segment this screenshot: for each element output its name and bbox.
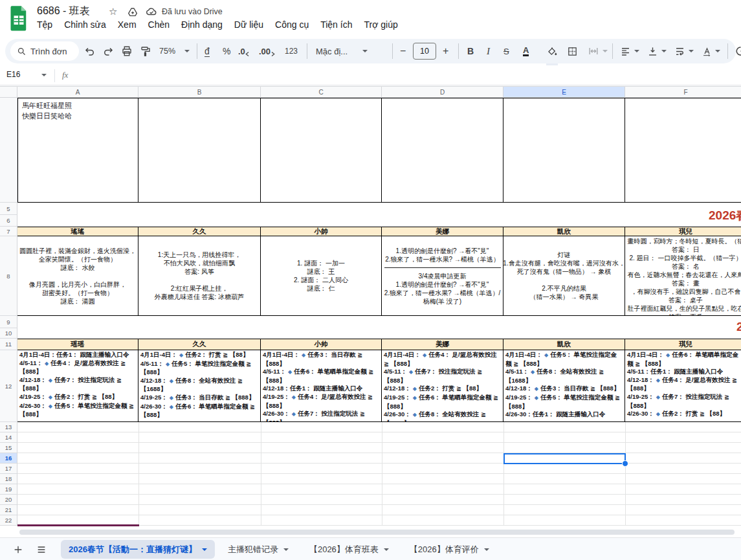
name-box[interactable]: E16 <box>6 70 43 79</box>
task-cell[interactable]: 4月1日-4日：◆任务3： 当日存款 ≧ 【888】4/5-11：◆任务6： 单… <box>261 350 382 421</box>
sheet-tab[interactable]: 主播犯错记录 <box>220 540 296 559</box>
row-header[interactable]: 18 <box>0 474 17 484</box>
row-header[interactable]: 22 <box>0 515 17 526</box>
sheet-tab[interactable]: 2026春节【活動一：直播猜灯谜】 <box>61 540 215 559</box>
name-header-cell[interactable]: 美娜 <box>382 339 503 350</box>
star-icon[interactable]: ☆ <box>109 6 117 17</box>
formula-input[interactable] <box>84 68 736 84</box>
row-header[interactable]: 8 <box>0 236 17 316</box>
menu-item[interactable]: Dữ liệu <box>228 18 269 31</box>
text-color-button[interactable]: A <box>523 39 529 63</box>
empty-cell[interactable] <box>261 98 382 202</box>
decrease-decimal-button[interactable]: .0 <box>238 39 250 63</box>
select-all-corner[interactable] <box>0 86 17 98</box>
paint-format-button[interactable] <box>140 39 151 63</box>
column-header[interactable]: E <box>503 87 625 97</box>
fill-color-button[interactable] <box>546 39 558 65</box>
row-header[interactable]: 21 <box>0 505 17 515</box>
font-select[interactable]: Mặc đị... <box>316 39 381 63</box>
task-cell[interactable]: 4月1日-4日：◆任务4： 足/篮总有效投注 ≧ 【888】4/5-11：◆任务… <box>382 350 503 421</box>
row-header[interactable] <box>0 98 17 203</box>
riddle-cell[interactable]: 1:天上一只鸟，用线拴得牢，不怕大风吹，就怕细雨飘答案: 风筝2:红红果子棍上挂… <box>138 236 261 315</box>
row-header[interactable]: 12 <box>0 350 17 422</box>
empty-cell[interactable] <box>138 98 261 202</box>
tab-menu-caret-icon[interactable] <box>384 548 389 551</box>
row-header[interactable]: 13 <box>0 422 17 432</box>
link-button-partial[interactable] <box>734 39 741 63</box>
row-header[interactable]: 15 <box>0 443 17 453</box>
name-header-cell[interactable]: 瑶瑶 <box>17 339 138 350</box>
sheets-logo-icon[interactable] <box>9 5 28 31</box>
menu-item[interactable]: Chèn <box>142 18 175 31</box>
task-cell[interactable]: 4月1日-4日：◆任务1： 跟随主播输入口令4/5-11：◆任务4： 足/篮总有… <box>17 350 138 421</box>
empty-cell[interactable] <box>625 98 741 202</box>
menu-item[interactable]: Xem <box>112 18 142 31</box>
column-header[interactable]: D <box>382 87 503 97</box>
name-header-cell[interactable]: 小帥 <box>261 227 382 236</box>
column-header[interactable]: F <box>625 87 741 97</box>
search-menus[interactable]: Trình đơn <box>10 41 79 61</box>
all-sheets-button[interactable] <box>36 545 47 554</box>
row-header[interactable]: 11 <box>0 339 17 350</box>
row-header[interactable]: 16 <box>0 453 17 464</box>
name-header-cell[interactable]: 琪兒 <box>625 339 741 350</box>
vertical-align-button[interactable] <box>647 39 667 63</box>
text-wrap-button[interactable] <box>674 39 694 63</box>
banner-cell[interactable]: 馬年旺旺福星照 快樂日日笑哈哈 <box>17 98 138 202</box>
font-size-input[interactable]: 10 <box>413 39 436 63</box>
menu-item[interactable]: Định dạng <box>175 18 228 31</box>
decrease-font-size-button[interactable]: − <box>400 39 406 63</box>
strikethrough-button[interactable]: S <box>503 39 509 63</box>
column-header[interactable]: B <box>138 87 261 97</box>
text-rotation-button[interactable] <box>702 39 720 63</box>
add-sheet-button[interactable] <box>13 544 23 555</box>
sheet-tab[interactable]: 【2026】体育评价 <box>402 540 497 559</box>
row-header[interactable]: 7 <box>0 227 17 236</box>
menu-item[interactable]: Công cụ <box>269 18 315 31</box>
fill-handle[interactable] <box>622 460 628 467</box>
borders-button[interactable] <box>567 39 578 63</box>
undo-button[interactable] <box>84 39 96 63</box>
name-header-cell[interactable]: 久久 <box>138 227 261 236</box>
task-cell[interactable]: 4月1日-4日：◆任务2： 打赏 ≧ 【88】4/5-11：◆任务5： 单笔投注… <box>138 350 261 421</box>
sheet-tab[interactable]: 【2026】体育班表 <box>302 540 397 559</box>
selected-cell-e16[interactable] <box>503 453 626 464</box>
empty-cell[interactable] <box>503 98 625 202</box>
tab-menu-caret-icon[interactable] <box>202 548 207 551</box>
column-header[interactable]: A <box>17 87 138 97</box>
row-header[interactable]: 5 <box>0 203 17 215</box>
row-header[interactable]: 19 <box>0 484 17 495</box>
name-header-cell[interactable]: 美娜 <box>382 227 503 236</box>
name-header-cell[interactable]: 凱欣 <box>503 227 625 236</box>
riddle-cell[interactable]: 1. 謎面： 一加一謎底： 王2. 謎面： 二人同心謎底： 仁 <box>261 236 382 315</box>
menu-item[interactable]: Tiện ích <box>315 18 358 31</box>
name-header-cell[interactable]: 凱欣 <box>503 339 625 350</box>
empty-grid-area[interactable] <box>17 422 741 526</box>
menu-item[interactable]: Tệp <box>31 18 58 31</box>
add-to-drive-icon[interactable] <box>127 7 138 17</box>
tab-menu-caret-icon[interactable] <box>484 548 489 551</box>
riddle-cell[interactable]: 畫時圓，寫時方；冬時短，夏時長。（猜答案： 日2. 題目： 一口咬掉多半截。（猜… <box>625 236 741 315</box>
menu-item[interactable]: Trợ giúp <box>358 18 403 31</box>
name-header-cell[interactable]: 久久 <box>138 339 261 350</box>
empty-cell[interactable] <box>382 98 503 202</box>
riddle-cell[interactable]: 灯谜1.會走沒有腿，會吃沒有嘴，過河沒有水，死了沒有鬼（猜一物品） → 象棋2.… <box>503 236 625 315</box>
riddle-cell[interactable]: 圓圓肚子裡，裝滿金銀財，進火洗個澡，全家笑開懷。（打一食物）謎底： 水餃像月亮圓… <box>17 236 138 315</box>
bold-button[interactable]: B <box>467 39 474 63</box>
name-box-caret-icon[interactable] <box>41 74 47 76</box>
task-cell[interactable]: 4月1日-4日：◆任务6： 单笔晒单指定金额 ≧ 【888】4/5-11：◆任务… <box>625 350 741 421</box>
merge-cells-button[interactable] <box>588 39 608 63</box>
increase-font-size-button[interactable]: + <box>443 39 448 63</box>
row-header[interactable]: 10 <box>0 328 17 339</box>
column-header[interactable]: C <box>261 87 382 97</box>
document-title[interactable]: 6686 - 班表 <box>37 5 90 18</box>
task-cell[interactable]: 4月1日-4日：◆任务5： 单笔投注指定金额 ≧ 【888】4/5-11：◆任务… <box>503 350 625 421</box>
row-header[interactable]: 20 <box>0 495 17 505</box>
zoom-select[interactable]: 75% <box>159 39 190 63</box>
italic-button[interactable]: I <box>487 39 490 63</box>
row-header[interactable]: 14 <box>0 432 17 443</box>
tab-menu-caret-icon[interactable] <box>283 548 289 551</box>
print-button[interactable] <box>121 39 133 63</box>
menu-item[interactable]: Chỉnh sửa <box>58 18 112 31</box>
currency-format-button[interactable]: đ <box>205 39 210 63</box>
